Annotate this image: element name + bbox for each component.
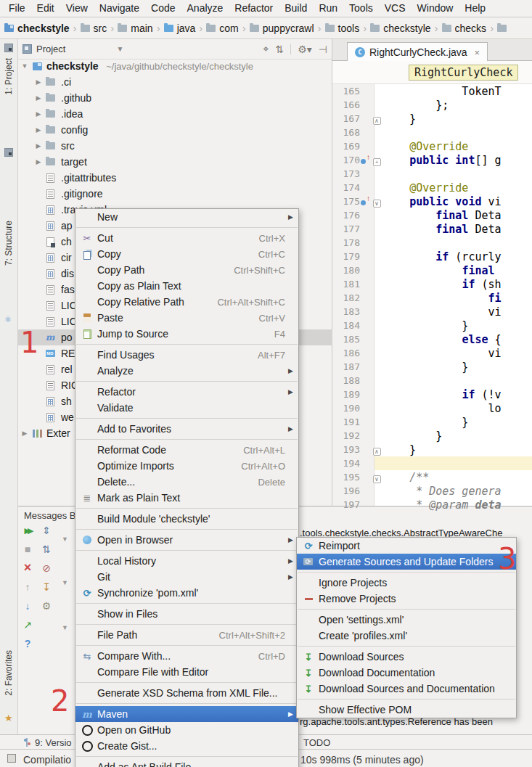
breadcrumb-item-puppycrawl[interactable]: puppycrawl xyxy=(250,22,314,34)
override-indicator-icon[interactable] xyxy=(361,197,369,205)
maven-menu-item-show-effective-pom[interactable]: Show Effective POM xyxy=(297,702,516,718)
up-icon[interactable]: ↑ xyxy=(25,581,30,593)
fold-arrow-icon[interactable]: ▼ xyxy=(62,536,68,543)
context-menu-item-git[interactable]: Git▶ xyxy=(75,569,298,585)
toolwindow-icon[interactable] xyxy=(4,148,13,157)
tree-collapsed-arrow-icon[interactable]: ▶ xyxy=(34,158,43,165)
maven-menu-item-open-settings-xml[interactable]: Open 'settings.xml' xyxy=(297,612,516,628)
favorites-star-icon[interactable]: ★ xyxy=(4,713,13,721)
fold-arrow-icon[interactable]: ▼ xyxy=(62,624,68,631)
code-line-194[interactable]: 194 xyxy=(332,456,532,470)
code-line-173[interactable]: 173 xyxy=(332,167,532,181)
menubar-item-file[interactable]: File xyxy=(3,0,31,17)
context-menu-item-add-to-favorites[interactable]: Add to Favorites▶ xyxy=(75,421,298,437)
tree-collapsed-arrow-icon[interactable]: ▶ xyxy=(34,110,43,118)
rerun-icon[interactable]: ▶▶ xyxy=(25,525,31,536)
code-line-176[interactable]: 176 final Deta xyxy=(332,208,532,222)
fold-arrow-icon[interactable]: ▼ xyxy=(62,579,68,586)
fold-up-icon[interactable]: ∧ xyxy=(373,448,381,456)
context-menu-item-local-history[interactable]: Local History▶ xyxy=(75,553,298,569)
context-menu-item-jump-to-source[interactable]: Jump to SourceF4 xyxy=(75,326,298,342)
context-menu-item-copy-relative-path[interactable]: Copy Relative PathCtrl+Alt+Shift+C xyxy=(75,294,298,310)
close-icon[interactable]: × xyxy=(475,47,480,58)
menubar-item-navigate[interactable]: Navigate xyxy=(94,0,145,17)
maven-menu-item-download-sources[interactable]: ↧Download Sources xyxy=(297,649,516,665)
context-menu-item-build-module-checkstyle[interactable]: Build Module 'checkstyle' xyxy=(75,511,298,527)
context-menu-item-copy-path[interactable]: Copy PathCtrl+Shift+C xyxy=(75,262,298,278)
code-line-190[interactable]: 190 lo xyxy=(332,401,532,415)
menubar-item-analyze[interactable]: Analyze xyxy=(181,0,229,17)
tree-collapsed-arrow-icon[interactable]: ▶ xyxy=(34,78,43,86)
code-line-177[interactable]: 177 final Deta xyxy=(332,222,532,236)
tree-item-gitattributes[interactable]: .gitattributes xyxy=(18,170,332,186)
code-line-183[interactable]: 183 vi xyxy=(332,305,532,319)
context-menu-item-copy-as-plain-text[interactable]: Copy as Plain Text xyxy=(75,278,298,294)
tree-item-ci[interactable]: ▶.ci xyxy=(18,74,332,90)
menubar-item-view[interactable]: View xyxy=(60,0,94,17)
maven-menu-item-create-profiles-xml[interactable]: Create 'profiles.xml' xyxy=(297,628,516,644)
menubar-item-tools[interactable]: Tools xyxy=(343,0,379,17)
settings-icon[interactable]: ⚙ xyxy=(42,600,52,612)
code-line-175[interactable]: 175∨ public void vi xyxy=(332,194,532,208)
code-line-178[interactable]: 178 xyxy=(332,236,532,250)
code-line-188[interactable]: 188 xyxy=(332,374,532,387)
collapse-all-icon[interactable]: ⇅ xyxy=(275,44,284,55)
code-line-170[interactable]: 170+ public int[] g xyxy=(332,153,532,167)
context-menu-item-paste[interactable]: PasteCtrl+V xyxy=(75,310,298,326)
code-line-168[interactable]: 168 xyxy=(332,126,532,139)
menubar-item-vcs[interactable]: VCS xyxy=(379,0,412,17)
breadcrumb-item-checks[interactable]: checks xyxy=(442,22,487,34)
suspend-icon[interactable]: ⊘ xyxy=(42,562,51,574)
breadcrumb-item-java[interactable]: java xyxy=(164,22,196,34)
menubar-item-run[interactable]: Run xyxy=(313,0,343,17)
override-indicator-icon[interactable] xyxy=(361,155,369,164)
context-menu-item-analyze[interactable]: Analyze▶ xyxy=(75,363,298,379)
project-toolwindow-icon[interactable] xyxy=(4,44,13,52)
toolstrip-version-control[interactable]: 9: Versio xyxy=(35,737,72,748)
menubar-item-build[interactable]: Build xyxy=(279,0,313,17)
close-icon[interactable]: × xyxy=(24,562,32,574)
toolstrip-structure[interactable]: 7: Structure xyxy=(4,221,14,266)
code-line-184[interactable]: 184 } xyxy=(332,319,532,332)
tree-item-target[interactable]: ▶target xyxy=(18,154,332,170)
fold-plus-icon[interactable]: + xyxy=(373,158,381,166)
tree-item-checkstyle[interactable]: ▼checkstyle ~/java/github/checkstyle/che… xyxy=(18,58,332,74)
fetch-icon[interactable]: ↧ xyxy=(42,581,51,593)
context-menu-item-reformat-code[interactable]: Reformat CodeCtrl+Alt+L xyxy=(75,442,298,458)
breadcrumb-item-src[interactable]: src xyxy=(81,22,107,34)
tree-item-gitignore[interactable]: .gitignore xyxy=(18,186,332,202)
breadcrumb-item-checkstyle[interactable]: checkstyle xyxy=(4,22,70,34)
code-line-180[interactable]: 180 final xyxy=(332,263,532,277)
export-icon[interactable]: ↗ xyxy=(23,619,32,631)
code-line-189[interactable]: 189 if (!v xyxy=(332,387,532,401)
expand-icon[interactable]: ⇕ xyxy=(42,525,51,536)
code-line-195[interactable]: 195∨ /** xyxy=(332,470,532,484)
context-menu-item-copy[interactable]: CopyCtrl+C xyxy=(75,246,298,262)
collapse-icon[interactable]: ⇅ xyxy=(42,544,51,555)
tree-collapsed-arrow-icon[interactable]: ▶ xyxy=(34,126,43,134)
code-area[interactable]: 165 TokenT166 };167∧ }168169 @Override17… xyxy=(332,84,532,506)
menubar-item-help[interactable]: Help xyxy=(459,0,491,17)
tree-item-config[interactable]: ▶config xyxy=(18,122,332,138)
editor[interactable]: C RightCurlyCheck.java × RightCurlyCheck… xyxy=(332,39,532,506)
code-line-186[interactable]: 186 vi xyxy=(332,346,532,360)
context-menu-item-compare-with[interactable]: ⇆Compare With...Ctrl+D xyxy=(75,648,298,664)
context-menu-item-new[interactable]: New▶ xyxy=(75,209,298,225)
tree-item-idea[interactable]: ▶.idea xyxy=(18,106,332,122)
menubar-item-refactor[interactable]: Refactor xyxy=(229,0,279,17)
code-line-167[interactable]: 167∧ } xyxy=(332,112,532,126)
context-menu-item-generate-xsd-schema-from-xml-file[interactable]: Generate XSD Schema from XML File... xyxy=(75,685,298,701)
fold-down-icon[interactable]: ∨ xyxy=(373,475,381,483)
context-menu-item-mark-as-plain-text[interactable]: ≣Mark as Plain Text xyxy=(75,490,298,506)
fold-down-icon[interactable]: ∨ xyxy=(373,200,381,208)
context-menu-item-maven[interactable]: mMaven▶ xyxy=(75,706,298,722)
down-icon[interactable]: ↓ xyxy=(25,600,30,612)
maven-menu-item-reimport[interactable]: ⟳Reimport xyxy=(297,538,516,554)
help-icon[interactable]: ? xyxy=(25,638,31,649)
code-line-185[interactable]: 185 else { xyxy=(332,332,532,346)
tree-collapsed-arrow-icon[interactable]: ▶ xyxy=(34,142,43,149)
context-menu-item-validate[interactable]: Validate xyxy=(75,400,298,416)
code-line-169[interactable]: 169 @Override xyxy=(332,139,532,153)
context-menu-item-cut[interactable]: ✂CutCtrl+X xyxy=(75,230,298,246)
hide-panel-icon[interactable]: ⊣ xyxy=(319,44,327,55)
